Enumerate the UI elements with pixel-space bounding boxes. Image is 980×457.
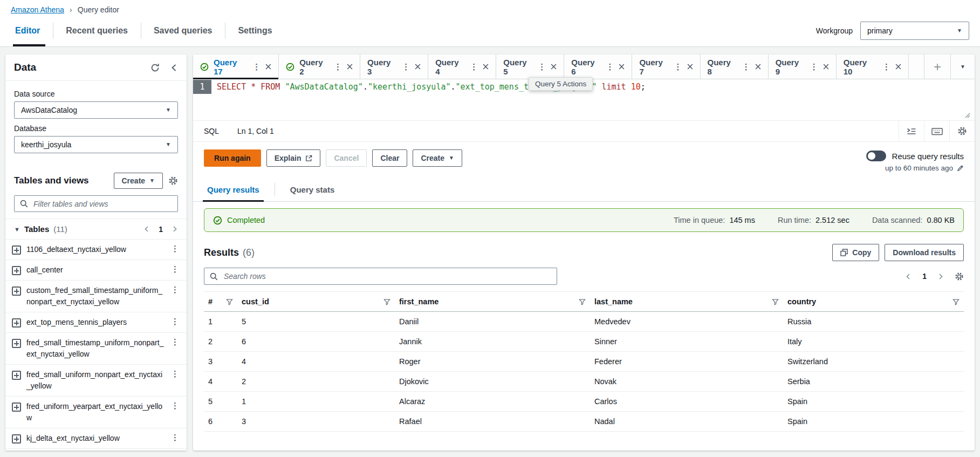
- expand-table-icon[interactable]: [12, 371, 21, 380]
- query-tab[interactable]: Query 2 ⋮: [279, 54, 360, 79]
- create-button[interactable]: Create ▼: [114, 173, 163, 189]
- query-tab-overflow-button[interactable]: ▼: [950, 54, 975, 79]
- query-tab[interactable]: Query 8 ⋮: [701, 54, 769, 79]
- query-tab[interactable]: Query 3 ⋮: [360, 54, 428, 79]
- query-tab-close-icon[interactable]: [347, 64, 353, 70]
- table-list-item[interactable]: custom_fred_small_timestamp_uniform_nonp…: [5, 280, 187, 312]
- filter-funnel-icon[interactable]: [226, 298, 233, 305]
- query-tab-close-icon[interactable]: [415, 64, 421, 70]
- query-tab-actions-icon[interactable]: ⋮: [252, 62, 261, 72]
- copy-button[interactable]: Copy: [832, 244, 879, 261]
- filter-funnel-icon[interactable]: [383, 298, 390, 305]
- query-tab-actions-icon[interactable]: ⋮: [334, 62, 342, 72]
- run-again-button[interactable]: Run again: [204, 149, 261, 167]
- table-list-item[interactable]: ext_top_mens_tennis_players ⋮: [5, 312, 187, 332]
- data-source-select[interactable]: AwsDataCatalog ▼: [14, 101, 178, 119]
- keyboard-icon[interactable]: [924, 121, 949, 141]
- gear-icon[interactable]: [168, 176, 178, 186]
- tab-settings[interactable]: Settings: [225, 15, 285, 46]
- editor-resize-handle[interactable]: [964, 112, 970, 118]
- table-list-item[interactable]: fred_small_uniform_nonpart_ext_nyctaxi_y…: [5, 364, 187, 396]
- expand-table-icon[interactable]: [12, 287, 21, 296]
- query-tab-close-icon[interactable]: [895, 64, 901, 70]
- tab-recent-queries[interactable]: Recent queries: [53, 15, 141, 46]
- table-list-item[interactable]: fred_uniform_yearpart_ext_nyctaxi_yellow…: [5, 396, 187, 428]
- table-actions-icon[interactable]: ⋮: [171, 401, 179, 411]
- results-next-page-icon[interactable]: [937, 273, 944, 280]
- gear-icon[interactable]: [949, 121, 975, 141]
- filter-funnel-icon[interactable]: [952, 298, 960, 305]
- refresh-icon[interactable]: [150, 63, 160, 72]
- filter-tables-input[interactable]: [32, 199, 172, 209]
- tables-page-number[interactable]: 1: [159, 225, 163, 234]
- table-actions-icon[interactable]: ⋮: [171, 337, 179, 347]
- table-actions-icon[interactable]: ⋮: [171, 369, 179, 379]
- query-tab-close-icon[interactable]: [619, 64, 625, 70]
- reuse-results-toggle[interactable]: [866, 151, 886, 161]
- breadcrumb-link-athena[interactable]: Amazon Athena: [11, 5, 64, 14]
- table-actions-icon[interactable]: ⋮: [171, 264, 179, 274]
- query-tab[interactable]: Query 7 ⋮: [632, 54, 700, 79]
- tables-prev-page-icon[interactable]: [143, 226, 150, 233]
- table-list-item[interactable]: metadata ⋮: [5, 448, 187, 451]
- query-tab-actions-icon[interactable]: ⋮: [674, 62, 682, 72]
- results-page-number[interactable]: 1: [922, 272, 927, 281]
- query-tab-actions-icon[interactable]: ⋮: [402, 62, 410, 72]
- query-tab-actions-icon[interactable]: ⋮: [742, 62, 750, 72]
- table-actions-icon[interactable]: ⋮: [171, 285, 179, 295]
- expand-table-icon[interactable]: [12, 339, 21, 348]
- query-tab-actions-icon[interactable]: ⋮: [470, 62, 478, 72]
- filter-funnel-icon[interactable]: [772, 298, 779, 305]
- table-actions-icon[interactable]: ⋮: [171, 433, 179, 442]
- new-query-tab-button[interactable]: +: [924, 54, 950, 79]
- filter-funnel-icon[interactable]: [579, 298, 586, 305]
- query-tab[interactable]: Query 10 ⋮: [837, 54, 909, 79]
- search-rows-field[interactable]: [204, 268, 557, 285]
- tables-next-page-icon[interactable]: [172, 226, 178, 233]
- query-tab-close-icon[interactable]: [687, 64, 693, 70]
- tab-query-results[interactable]: Query results: [204, 178, 263, 201]
- results-settings-gear-icon[interactable]: [955, 272, 964, 281]
- tab-query-stats[interactable]: Query stats: [287, 178, 338, 201]
- table-actions-icon[interactable]: ⋮: [171, 317, 179, 326]
- search-rows-input[interactable]: [223, 271, 551, 281]
- query-tab[interactable]: Query 6 ⋮: [564, 54, 632, 79]
- create-dropdown-button[interactable]: Create ▼: [413, 149, 462, 167]
- tab-editor[interactable]: Editor: [11, 15, 53, 46]
- query-tab-actions-icon[interactable]: ⋮: [606, 62, 614, 72]
- database-select[interactable]: keerthi_josyula ▼: [14, 136, 178, 153]
- query-tab[interactable]: Query 4 ⋮: [428, 54, 496, 79]
- expand-table-icon[interactable]: [12, 403, 21, 412]
- query-tab[interactable]: Query 5 ⋮: [496, 54, 564, 79]
- tab-saved-queries[interactable]: Saved queries: [141, 15, 225, 46]
- explain-button[interactable]: Explain: [266, 149, 321, 167]
- query-tab-actions-icon[interactable]: ⋮: [538, 62, 546, 72]
- table-list-item[interactable]: fred_small_timestamp_uniform_nonpart_ext…: [5, 332, 187, 364]
- tables-group-header[interactable]: ▼ Tables (11) 1: [5, 219, 187, 239]
- format-indent-icon[interactable]: [899, 121, 924, 141]
- download-results-button[interactable]: Download results: [885, 244, 964, 261]
- caret-down-icon[interactable]: ▼: [14, 226, 20, 233]
- query-tab-close-icon[interactable]: [551, 64, 557, 70]
- workgroup-select[interactable]: primary ▼: [860, 22, 969, 40]
- collapse-panel-icon[interactable]: [170, 64, 178, 72]
- query-tab-close-icon[interactable]: [823, 64, 829, 70]
- expand-table-icon[interactable]: [12, 434, 21, 444]
- query-tab[interactable]: Query 17 ⋮: [193, 54, 279, 79]
- query-tab[interactable]: Query 9 ⋮: [769, 54, 837, 79]
- table-actions-icon[interactable]: ⋮: [171, 244, 179, 254]
- query-tab-close-icon[interactable]: [483, 64, 489, 70]
- sql-editor[interactable]: 1 SELECT * FROM "AwsDataCatalog"."keerth…: [193, 79, 975, 120]
- results-prev-page-icon[interactable]: [905, 273, 912, 280]
- expand-table-icon[interactable]: [12, 318, 21, 328]
- expand-table-icon[interactable]: [12, 245, 21, 255]
- query-tab-close-icon[interactable]: [755, 64, 761, 70]
- query-tab-actions-icon[interactable]: ⋮: [810, 62, 818, 72]
- clear-button[interactable]: Clear: [372, 149, 407, 167]
- edit-pencil-icon[interactable]: [957, 165, 964, 172]
- expand-table-icon[interactable]: [12, 266, 21, 275]
- filter-tables-field[interactable]: [14, 195, 178, 212]
- table-list-item[interactable]: call_center ⋮: [5, 260, 187, 280]
- cancel-button[interactable]: Cancel: [326, 149, 367, 167]
- table-list-item[interactable]: 1106_deltaext_nyctaxi_yellow ⋮: [5, 239, 187, 260]
